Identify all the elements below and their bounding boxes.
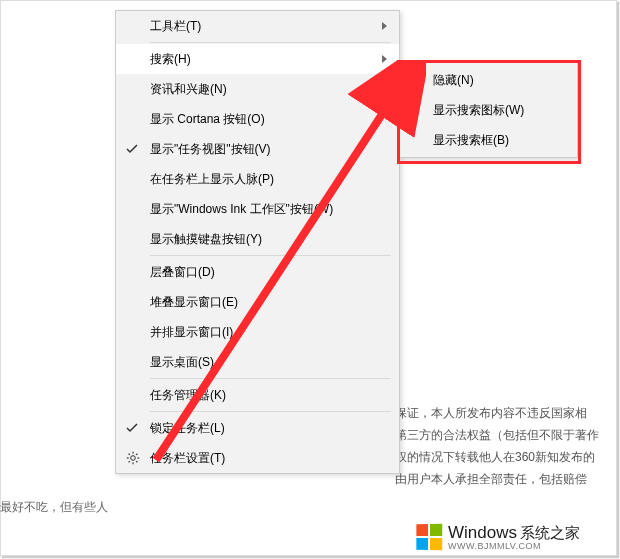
svg-line-5 bbox=[129, 454, 130, 455]
menu-item-cascade[interactable]: 层叠窗口(D) bbox=[116, 257, 399, 287]
menu-label: 锁定任务栏(L) bbox=[150, 420, 225, 437]
gear-icon bbox=[126, 451, 140, 465]
menu-label: 层叠窗口(D) bbox=[150, 264, 215, 281]
menu-item-lock-taskbar[interactable]: 锁定任务栏(L) bbox=[116, 413, 399, 443]
menu-item-ink[interactable]: 显示"Windows Ink 工作区"按钮(W) bbox=[116, 194, 399, 224]
menu-item-show-desktop[interactable]: 显示桌面(S) bbox=[116, 347, 399, 377]
chevron-right-icon bbox=[382, 55, 387, 63]
menu-label: 显示 Cortana 按钮(O) bbox=[150, 111, 265, 128]
svg-line-7 bbox=[129, 461, 130, 462]
chevron-right-icon bbox=[382, 85, 387, 93]
bg-line: 第三方的合法权益（包括但不限于著作 bbox=[395, 424, 614, 446]
menu-separator bbox=[150, 255, 391, 256]
submenu-label: 隐藏(N) bbox=[433, 72, 474, 89]
check-icon bbox=[126, 423, 138, 433]
submenu-label: 显示搜索图标(W) bbox=[433, 102, 524, 119]
menu-label: 在任务栏上显示人脉(P) bbox=[150, 171, 274, 188]
menu-separator bbox=[150, 378, 391, 379]
bg-line: 保证，本人所发布内容不违反国家相 bbox=[395, 402, 614, 424]
menu-label: 并排显示窗口(I) bbox=[150, 324, 233, 341]
menu-item-taskbar-settings[interactable]: 任务栏设置(T) bbox=[116, 443, 399, 473]
menu-item-cortana[interactable]: 显示 Cortana 按钮(O) bbox=[116, 104, 399, 134]
watermark-url: WWW.BJMMLV.COM bbox=[448, 542, 580, 551]
menu-item-taskview[interactable]: 显示"任务视图"按钮(V) bbox=[116, 134, 399, 164]
check-icon bbox=[409, 75, 421, 85]
menu-item-search[interactable]: 搜索(H) bbox=[116, 44, 399, 74]
menu-separator bbox=[150, 42, 391, 43]
taskbar-context-menu: 工具栏(T) 搜索(H) 资讯和兴趣(N) 显示 Cortana 按钮(O) 显… bbox=[115, 10, 400, 474]
menu-item-stacked[interactable]: 堆叠显示窗口(E) bbox=[116, 287, 399, 317]
watermark-text: Windows 系统之家 WWW.BJMMLV.COM bbox=[448, 524, 580, 551]
menu-item-task-manager[interactable]: 任务管理器(K) bbox=[116, 380, 399, 410]
menu-separator bbox=[150, 411, 391, 412]
check-icon bbox=[126, 144, 138, 154]
watermark-brand: Windows bbox=[448, 523, 517, 542]
menu-label: 资讯和兴趣(N) bbox=[150, 81, 227, 98]
search-submenu: 隐藏(N) 显示搜索图标(W) 显示搜索框(B) bbox=[398, 62, 578, 158]
menu-label: 显示桌面(S) bbox=[150, 354, 214, 371]
svg-line-6 bbox=[136, 461, 137, 462]
background-note: 最好不吃，但有些人 bbox=[0, 499, 108, 516]
menu-label: 任务栏设置(T) bbox=[150, 450, 225, 467]
menu-item-side-by-side[interactable]: 并排显示窗口(I) bbox=[116, 317, 399, 347]
menu-label: 显示"Windows Ink 工作区"按钮(W) bbox=[150, 201, 333, 218]
submenu-item-show-box[interactable]: 显示搜索框(B) bbox=[399, 125, 577, 155]
menu-item-toolbars[interactable]: 工具栏(T) bbox=[116, 11, 399, 41]
menu-label: 搜索(H) bbox=[150, 51, 191, 68]
menu-label: 堆叠显示窗口(E) bbox=[150, 294, 238, 311]
watermark: Windows 系统之家 WWW.BJMMLV.COM bbox=[416, 524, 580, 551]
menu-label: 工具栏(T) bbox=[150, 18, 201, 35]
svg-point-0 bbox=[131, 456, 136, 461]
windows-logo-icon bbox=[416, 524, 442, 551]
bg-line: 由用户本人承担全部责任，包括赔偿 bbox=[395, 468, 614, 490]
background-paragraph: 保证，本人所发布内容不违反国家相 第三方的合法权益（包括但不限于著作 权的情况下… bbox=[395, 402, 614, 490]
submenu-item-show-icon[interactable]: 显示搜索图标(W) bbox=[399, 95, 577, 125]
menu-item-people[interactable]: 在任务栏上显示人脉(P) bbox=[116, 164, 399, 194]
menu-label: 显示"任务视图"按钮(V) bbox=[150, 141, 271, 158]
menu-label: 显示触摸键盘按钮(Y) bbox=[150, 231, 262, 248]
menu-item-touchkbd[interactable]: 显示触摸键盘按钮(Y) bbox=[116, 224, 399, 254]
menu-item-news[interactable]: 资讯和兴趣(N) bbox=[116, 74, 399, 104]
watermark-site: 系统之家 bbox=[520, 524, 580, 541]
menu-label: 任务管理器(K) bbox=[150, 387, 226, 404]
chevron-right-icon bbox=[382, 22, 387, 30]
submenu-item-hidden[interactable]: 隐藏(N) bbox=[399, 65, 577, 95]
bg-line: 权的情况下转载他人在360新知发布的 bbox=[395, 446, 614, 468]
submenu-label: 显示搜索框(B) bbox=[433, 132, 509, 149]
svg-line-8 bbox=[136, 454, 137, 455]
